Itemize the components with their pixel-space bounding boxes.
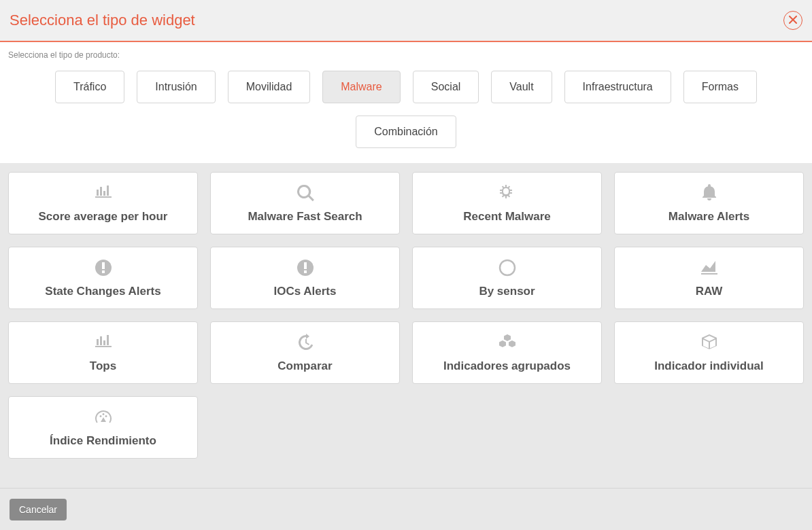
widget-card[interactable]: Indicadores agrupados: [412, 321, 602, 384]
widget-label: Comparar: [277, 359, 332, 373]
product-chip-movilidad[interactable]: Movilidad: [228, 71, 311, 103]
product-chip-formas[interactable]: Formas: [683, 71, 757, 103]
widget-label: State Changes Alerts: [45, 285, 160, 298]
exclamation-circle-icon: [93, 258, 114, 278]
modal-title: Selecciona el tipo de widget: [10, 12, 195, 29]
history-icon: [295, 332, 316, 353]
widget-label: Indicadores agrupados: [443, 359, 571, 373]
modal-footer: Cancelar: [0, 488, 812, 530]
modal-header: Selecciona el tipo de widget: [0, 0, 812, 42]
widget-label: Tops: [90, 359, 116, 373]
widget-card[interactable]: Índice Rendimiento: [8, 396, 198, 459]
widget-card[interactable]: Indicador individual: [614, 321, 804, 384]
circle-outline-icon: [497, 258, 518, 278]
widget-card[interactable]: Tops: [8, 321, 198, 384]
product-chip-tráfico[interactable]: Tráfico: [55, 71, 124, 103]
widget-card[interactable]: IOCs Alerts: [210, 247, 400, 309]
widget-card[interactable]: Comparar: [210, 321, 400, 384]
product-chip-malware[interactable]: Malware: [322, 71, 400, 103]
widget-grid: Score average per hourMalware Fast Searc…: [0, 164, 812, 488]
area-chart-icon: [699, 258, 720, 278]
bar-chart-icon: [93, 183, 114, 203]
widget-label: IOCs Alerts: [274, 285, 337, 298]
search-icon: [295, 183, 316, 203]
product-chip-social[interactable]: Social: [413, 71, 479, 103]
close-button[interactable]: [783, 11, 802, 30]
widget-card[interactable]: Malware Fast Search: [210, 172, 400, 234]
product-chip-infraestructura[interactable]: Infraestructura: [564, 71, 671, 103]
exclamation-circle-icon: [295, 258, 316, 278]
widget-card[interactable]: RAW: [614, 247, 804, 309]
widget-label: Malware Alerts: [669, 210, 749, 224]
widget-label: Recent Malware: [463, 210, 551, 224]
close-icon: [789, 16, 797, 25]
bug-icon: [497, 183, 518, 203]
widget-label: Índice Rendimiento: [50, 434, 156, 448]
product-type-section: Selecciona el tipo de producto: TráficoI…: [0, 42, 812, 164]
gauge-icon: [93, 407, 114, 427]
widget-card[interactable]: State Changes Alerts: [8, 247, 198, 309]
product-type-row: TráficoIntrusiónMovilidadMalwareSocialVa…: [8, 71, 804, 148]
widget-label: RAW: [696, 285, 723, 298]
cubes-icon: [497, 332, 518, 353]
product-chip-combinación[interactable]: Combinación: [356, 116, 456, 148]
product-type-label: Selecciona el tipo de producto:: [8, 50, 804, 60]
bell-icon: [699, 183, 720, 203]
widget-label: Indicador individual: [654, 359, 764, 373]
widget-label: By sensor: [479, 285, 535, 298]
cube-icon: [699, 332, 720, 353]
product-chip-intrusión[interactable]: Intrusión: [137, 71, 215, 103]
widget-label: Malware Fast Search: [248, 210, 362, 224]
widget-card[interactable]: Score average per hour: [8, 172, 198, 234]
widget-card[interactable]: Recent Malware: [412, 172, 602, 234]
bar-chart-icon: [93, 332, 114, 353]
product-chip-vault[interactable]: Vault: [491, 71, 552, 103]
widget-label: Score average per hour: [39, 210, 168, 224]
cancel-button[interactable]: Cancelar: [10, 499, 67, 520]
widget-card[interactable]: Malware Alerts: [614, 172, 804, 234]
widget-card[interactable]: By sensor: [412, 247, 602, 309]
